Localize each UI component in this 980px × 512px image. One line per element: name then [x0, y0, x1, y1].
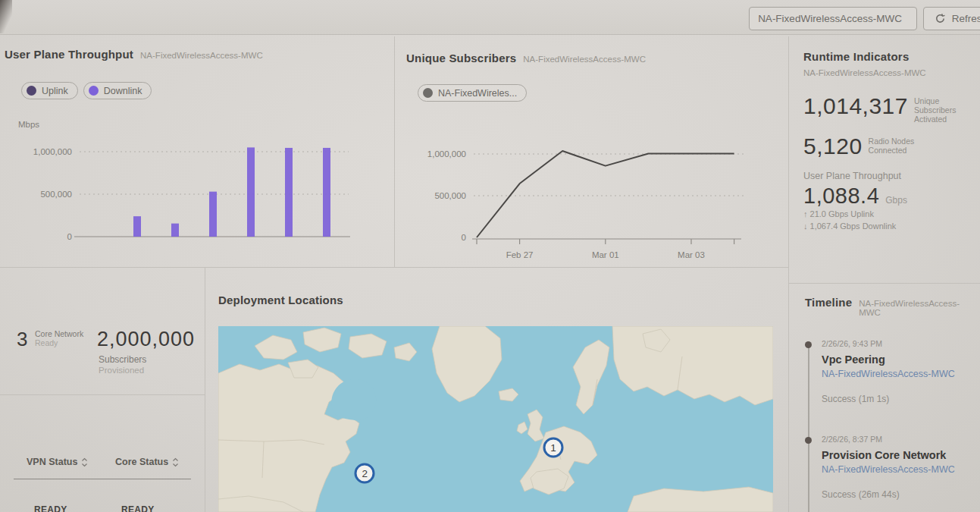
subscribers-legend: NA-FixedWireles...: [418, 84, 527, 102]
timeline-header: Timeline NA-FixedWirelessAccess-MWC: [805, 296, 980, 317]
svg-text:0: 0: [67, 232, 72, 241]
svg-text:Feb 27: Feb 27: [506, 250, 534, 259]
stat-label: Radio Nodes Connected: [863, 134, 915, 155]
column-header-core-status[interactable]: Core Status: [115, 457, 179, 467]
sort-icon: [81, 457, 88, 467]
panel-title: Runtime Indicators: [803, 50, 978, 63]
downlink-color-dot: [89, 86, 99, 96]
event-deployment-link[interactable]: NA-FixedWirelessAccess-MWC: [822, 464, 973, 475]
throughput-section-label: User Plane Throughput: [803, 171, 978, 181]
panel-subtitle: NA-FixedWirelessAccess-MWC: [523, 55, 646, 64]
throughput-bar-chart: Mbps0500,0001,000,000: [0, 114, 394, 273]
refresh-icon: [935, 13, 946, 24]
stat-value: 1,088.4: [803, 184, 879, 208]
core-network-label: Core Network Ready: [35, 329, 83, 347]
table-cell-core-status: READY: [121, 504, 155, 512]
panel-subtitle: NA-FixedWirelessAccess-MWC: [803, 68, 978, 77]
uplink-color-dot: [27, 86, 36, 96]
panel-subtitle: NA-FixedWirelessAccess-MWC: [859, 299, 980, 317]
world-map: [218, 326, 773, 512]
subscribers-line-chart: 0500,0001,000,000Feb 27Mar 01Mar 03: [394, 114, 788, 277]
panel-title: Unique Subscribers: [406, 52, 516, 64]
svg-text:Mar 01: Mar 01: [592, 250, 619, 259]
photo-corner-shadow: [0, 0, 12, 33]
top-bar: NA-FixedWirelessAccess-MWC Refresh: [0, 0, 980, 35]
table-header-underline: [14, 479, 191, 479]
map-marker-2[interactable]: 2: [355, 463, 375, 484]
divider-vertical-2: [788, 36, 789, 512]
unique-subscribers-header: Unique Subscribers NA-FixedWirelessAcces…: [406, 52, 646, 64]
timeline-dot: [805, 341, 812, 348]
legend-uplink-label: Uplink: [42, 86, 68, 96]
deployment-color-dot: [423, 88, 433, 98]
event-status: Success (1m 1s): [822, 394, 973, 404]
core-network-count: 3: [17, 328, 28, 351]
divider-horizontal-2: [788, 283, 980, 284]
timeline-event: 2/26/26, 9:43 PM Vpc Peering NA-FixedWir…: [822, 339, 973, 404]
subscribers-label: Subscribers: [99, 354, 146, 365]
sort-icon: [172, 457, 179, 467]
stat-unit: Gbps: [885, 195, 907, 206]
provisioned-label: Provisioned: [99, 366, 144, 375]
svg-text:Mbps: Mbps: [18, 120, 39, 129]
panel-title: User Plane Throughput: [5, 48, 133, 61]
timeline-axis: [808, 347, 809, 512]
downlink-throughput: ↓ 1,067.4 Gbps Downlink: [803, 221, 978, 232]
environment-selector-label: NA-FixedWirelessAccess-MWC: [758, 13, 902, 24]
stat-unique-subscribers: 1,014,317 Unique Subscribers Activated: [803, 94, 978, 124]
runtime-indicators-panel: Runtime Indicators NA-FixedWirelessAcces…: [803, 50, 978, 231]
panel-title: Timeline: [805, 296, 852, 309]
svg-text:0: 0: [462, 233, 466, 242]
timeline-dot: [805, 437, 812, 444]
refresh-button[interactable]: Refresh: [923, 7, 980, 30]
uplink-throughput: ↑ 21.0 Gbps Uplink: [803, 209, 978, 220]
legend-deployment-label: NA-FixedWireles...: [438, 88, 517, 99]
environment-selector-dropdown[interactable]: NA-FixedWirelessAccess-MWC: [749, 7, 917, 30]
timeline-event: 2/26/26, 8:37 PM Provision Core Network …: [822, 435, 973, 500]
svg-text:500,000: 500,000: [434, 191, 466, 200]
subscribers-provisioned-count: 2,000,000: [97, 328, 195, 351]
event-title: Provision Core Network: [822, 449, 973, 461]
divider-vertical-3: [205, 267, 205, 512]
dashboard: NA-FixedWirelessAccess-MWC Refresh User …: [0, 0, 980, 512]
event-title: Vpc Peering: [822, 353, 973, 366]
throughput-legend: Uplink Downlink: [21, 82, 152, 99]
refresh-button-label: Refresh: [952, 13, 980, 24]
event-timestamp: 2/26/26, 8:37 PM: [822, 435, 973, 444]
stat-value: 5,120: [803, 134, 863, 159]
svg-text:Mar 03: Mar 03: [678, 250, 705, 259]
svg-text:1,000,000: 1,000,000: [427, 149, 466, 159]
divider-horizontal-3: [0, 394, 205, 395]
table-cell-vpn-status: READY: [34, 504, 67, 512]
svg-text:500,000: 500,000: [40, 190, 72, 199]
deployment-map[interactable]: 1 2: [218, 326, 773, 512]
legend-chip-deployment[interactable]: NA-FixedWireles...: [418, 84, 527, 102]
legend-chip-downlink[interactable]: Downlink: [83, 82, 152, 99]
event-status: Success (26m 44s): [822, 489, 973, 500]
stat-label: Unique Subscribers Activated: [908, 94, 978, 124]
event-timestamp: 2/26/26, 9:43 PM: [822, 339, 973, 348]
stat-value: 1,014,317: [803, 94, 908, 118]
legend-downlink-label: Downlink: [104, 86, 142, 96]
map-marker-1[interactable]: 1: [543, 437, 564, 457]
legend-chip-uplink[interactable]: Uplink: [21, 82, 78, 99]
user-plane-throughput-header: User Plane Throughput NA-FixedWirelessAc…: [5, 48, 263, 61]
event-deployment-link[interactable]: NA-FixedWirelessAccess-MWC: [822, 369, 973, 379]
deployment-locations-title: Deployment Locations: [218, 294, 343, 306]
panel-subtitle: NA-FixedWirelessAccess-MWC: [140, 51, 263, 60]
stat-total-throughput: 1,088.4 Gbps: [803, 184, 978, 208]
svg-text:1,000,000: 1,000,000: [33, 147, 72, 156]
stat-radio-nodes: 5,120 Radio Nodes Connected: [803, 134, 978, 159]
column-header-vpn-status[interactable]: VPN Status: [27, 457, 88, 467]
